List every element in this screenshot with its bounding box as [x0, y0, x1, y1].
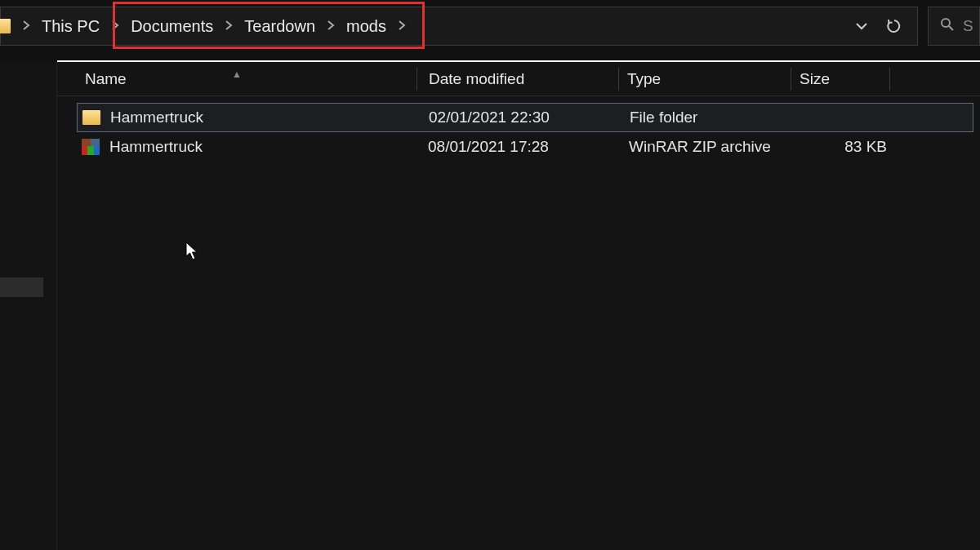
- refresh-button[interactable]: [886, 18, 902, 34]
- chevron-right-icon[interactable]: [16, 20, 37, 33]
- breadcrumb-root[interactable]: This PC: [37, 14, 105, 39]
- svg-line-1: [949, 26, 953, 30]
- file-name-label: Hammertruck: [110, 109, 203, 126]
- file-type-cell: File folder: [630, 109, 814, 126]
- file-row[interactable]: Hammertruck02/01/2021 22:30File folder: [77, 103, 973, 132]
- svg-point-0: [942, 19, 950, 27]
- column-header-name-label: Name: [85, 70, 127, 87]
- address-bar-controls: [855, 18, 917, 34]
- search-icon: [940, 17, 955, 35]
- chevron-right-icon[interactable]: [391, 20, 412, 33]
- file-name-cell: Hammertruck: [82, 109, 429, 126]
- history-dropdown-button[interactable]: [855, 20, 868, 33]
- column-header-size[interactable]: Size: [791, 70, 889, 88]
- column-header-date[interactable]: Date modified: [417, 70, 618, 88]
- pc-icon: [0, 19, 11, 33]
- zip-archive-icon: [82, 139, 100, 155]
- file-list: Hammertruck02/01/2021 22:30File folderHa…: [57, 96, 980, 162]
- file-list-pane: ▲ Name Date modified Type Size Hammertru…: [57, 62, 980, 550]
- file-row[interactable]: Hammertruck08/01/2021 17:28WinRAR ZIP ar…: [77, 132, 973, 162]
- sidebar-selected-item[interactable]: [0, 277, 43, 297]
- search-box[interactable]: S: [928, 7, 980, 46]
- file-type-cell: WinRAR ZIP archive: [629, 138, 813, 156]
- file-name-cell: Hammertruck: [82, 138, 428, 156]
- mouse-cursor-icon: [185, 242, 200, 264]
- file-name-label: Hammertruck: [109, 138, 203, 156]
- navigation-sidebar[interactable]: [0, 62, 57, 550]
- chevron-right-icon[interactable]: [218, 20, 239, 33]
- address-bar[interactable]: This PC Documents Teardown mods: [0, 7, 918, 46]
- search-placeholder: S: [963, 17, 973, 35]
- chevron-right-icon[interactable]: [320, 20, 341, 33]
- breadcrumb-mods[interactable]: mods: [341, 14, 391, 39]
- breadcrumb-teardown[interactable]: Teardown: [239, 14, 320, 39]
- address-bar-row: This PC Documents Teardown mods: [0, 7, 980, 46]
- column-header-name[interactable]: ▲ Name: [57, 70, 416, 88]
- chevron-right-icon[interactable]: [105, 20, 126, 33]
- column-divider[interactable]: [889, 68, 890, 91]
- breadcrumb-documents[interactable]: Documents: [126, 14, 218, 39]
- file-size-cell: 83 KB: [813, 138, 887, 156]
- file-date-cell: 08/01/2021 17:28: [428, 138, 629, 156]
- column-header-type[interactable]: Type: [619, 70, 791, 88]
- folder-icon: [82, 110, 100, 125]
- sort-ascending-icon: ▲: [232, 69, 242, 80]
- column-headers: ▲ Name Date modified Type Size: [57, 62, 980, 96]
- file-date-cell: 02/01/2021 22:30: [429, 109, 630, 126]
